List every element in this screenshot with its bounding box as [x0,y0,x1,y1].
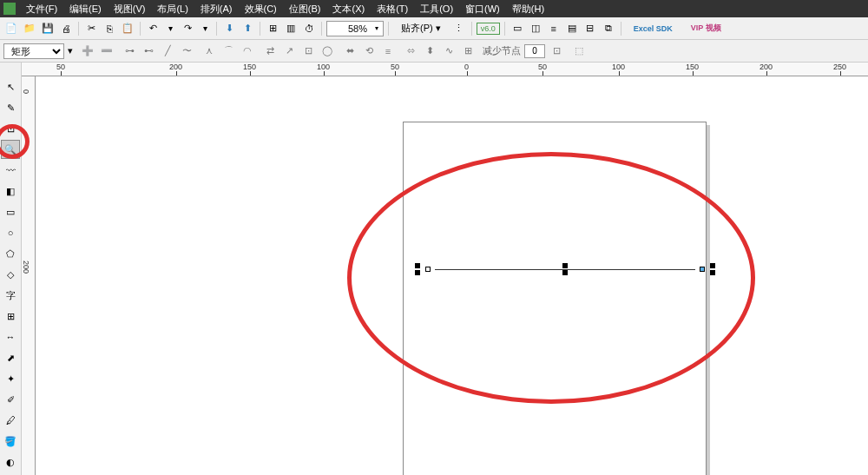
import-button[interactable]: ⬇ [221,21,237,36]
open-button[interactable]: 📁 [22,21,37,36]
node-start[interactable] [425,267,431,272]
reflect-v-button[interactable]: ⬍ [422,43,437,59]
redo-button[interactable]: ↷ [180,21,195,36]
extra-btn-6[interactable]: ⧉ [601,21,616,36]
node-add-button[interactable]: ➕ [80,43,95,59]
cusp-button[interactable]: ⋏ [201,43,217,59]
selection-handle-right[interactable] [710,263,715,275]
zoom-combo[interactable]: ▾ [326,21,384,36]
rectangle-tool[interactable]: ▭ [1,202,20,221]
elastic-button[interactable]: ∿ [441,43,457,59]
menu-table[interactable]: 表格(T) [372,1,413,17]
extra-btn-5[interactable]: ⊟ [582,21,598,36]
undo-dropdown-icon[interactable]: ▾ [163,22,177,36]
extra-btn-1[interactable]: ▭ [510,21,525,36]
dimension-tool[interactable]: ↔ [1,327,20,346]
close-curve-button[interactable]: ◯ [319,43,335,59]
align-nodes-button[interactable]: ≡ [380,43,396,59]
symmetric-button[interactable]: ◠ [240,43,255,59]
menu-help[interactable]: 帮助(H) [507,1,549,17]
node-delete-button[interactable]: ➖ [99,43,115,59]
menu-effects[interactable]: 效果(C) [240,1,282,17]
export-button[interactable]: ⬆ [240,21,255,36]
menu-file[interactable]: 文件(F) [21,1,62,17]
paste-button[interactable]: 📋 [120,21,135,36]
node-join-button[interactable]: ⊶ [122,43,137,59]
ruler-tick: 150 [686,63,699,71]
print-button[interactable]: 🖨 [58,21,74,36]
menu-arrange[interactable]: 排列(A) [195,1,238,17]
select-all-button[interactable]: ⊞ [460,43,476,59]
snap-button[interactable]: 贴齐(P) ▾ [393,19,449,37]
selection-handle-left[interactable] [415,263,420,275]
fill-tool[interactable]: 🪣 [1,432,20,451]
undo-button[interactable]: ↶ [145,21,161,36]
extra-btn-4[interactable]: ▤ [564,21,580,36]
reduce-nodes-input[interactable] [524,44,545,58]
connector-tool[interactable]: ⬈ [1,348,20,367]
node-end[interactable] [700,267,705,272]
basic-shapes-tool[interactable]: ◇ [1,265,20,284]
shape-select[interactable]: 矩形 [3,43,64,59]
options-button[interactable]: ⏱ [301,21,317,36]
menu-layout[interactable]: 布局(L) [152,1,193,17]
cut-button[interactable]: ✂ [83,21,99,36]
new-button[interactable]: 📄 [3,21,19,36]
ruler-tick: 0 [464,63,469,71]
extract-button[interactable]: ⊡ [300,43,316,59]
menu-bitmap[interactable]: 位图(B) [284,1,326,17]
smart-fill-tool[interactable]: ◧ [1,181,20,201]
reflect-h-button[interactable]: ⬄ [403,43,418,59]
zoom-tool[interactable]: 🔍 [1,140,20,159]
crop-tool[interactable]: ⊡ [1,119,20,138]
shape-tool[interactable]: ✎ [1,98,20,117]
shape-dropdown-icon[interactable]: ▾ [68,45,73,56]
reverse-button[interactable]: ⇄ [262,43,278,59]
table-tool[interactable]: ⊞ [1,307,20,326]
freehand-tool[interactable]: 〰 [1,161,20,180]
node-break-button[interactable]: ⊷ [141,43,156,59]
selection-handle-middle[interactable] [562,263,568,275]
ellipse-tool[interactable]: ○ [1,223,20,242]
stretch-button[interactable]: ⬌ [342,43,358,59]
stack-icon: ▤ [568,23,576,34]
selected-line-object[interactable] [422,266,708,274]
outline-tool[interactable]: 🖊 [1,411,20,430]
welcome-button[interactable]: ▥ [283,21,299,36]
rotate-button[interactable]: ⟲ [361,43,377,59]
zoom-dropdown-icon[interactable]: ▾ [371,22,383,36]
to-line-button[interactable]: ╱ [160,43,175,59]
new-icon: 📄 [5,23,17,34]
interactive-fill-tool[interactable]: ◐ [1,452,20,472]
save-button[interactable]: 💾 [40,21,56,36]
effects-tool[interactable]: ✦ [1,369,20,388]
eyedropper-tool[interactable]: ✐ [1,390,20,409]
extra-btn-3[interactable]: ≡ [546,21,562,36]
menu-edit[interactable]: 编辑(E) [64,1,107,17]
zoom-input[interactable] [327,23,371,34]
menu-tools[interactable]: 工具(O) [415,1,458,17]
menu-text[interactable]: 文本(X) [327,1,370,17]
snap-options-button[interactable]: ⋮ [451,21,467,36]
text-tool[interactable]: 字 [1,286,20,305]
paste-icon: 📋 [122,23,134,34]
pick-tool[interactable]: ↖ [1,77,20,96]
copy-button[interactable]: ⎘ [102,21,117,36]
redo-dropdown-icon[interactable]: ▾ [198,22,212,36]
extend-button[interactable]: ↗ [281,43,297,59]
rect-icon: ▭ [513,23,522,34]
to-curve-button[interactable]: 〜 [179,43,194,59]
ruler-tick: 150 [243,63,256,71]
polygon-tool[interactable]: ⬠ [1,244,20,263]
smooth-button[interactable]: ⌒ [220,43,236,59]
canvas[interactable] [36,76,868,475]
ruler-tick: 100 [317,63,330,71]
app-launcher-button[interactable]: ⊞ [265,21,280,36]
excel-sdk-button[interactable]: Excel SDK [626,22,681,36]
menu-view[interactable]: 视图(V) [108,1,151,17]
vip-button[interactable]: VIP 视频 [683,20,729,36]
reduce-nodes-apply-button[interactable]: ⊡ [549,43,564,59]
bounding-box-button[interactable]: ⬚ [571,43,587,59]
menu-window[interactable]: 窗口(W) [460,1,505,17]
extra-btn-2[interactable]: ◫ [528,21,543,36]
